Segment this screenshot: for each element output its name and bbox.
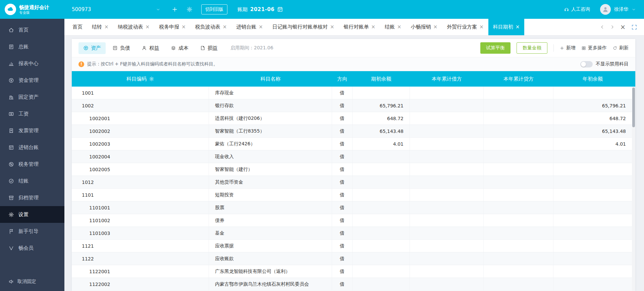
- switch-old-version-button[interactable]: 切到旧版: [201, 4, 227, 14]
- close-icon[interactable]: ×: [433, 25, 438, 30]
- sidebar-item-7[interactable]: 进销台账: [0, 139, 64, 156]
- table-row[interactable]: 1012其他货币资金借: [72, 176, 635, 189]
- avatar[interactable]: [600, 4, 611, 15]
- close-all-tabs-icon[interactable]: ×: [620, 24, 626, 30]
- sidebar-item-9[interactable]: 结账: [0, 173, 64, 189]
- category-tab-0[interactable]: 资产: [78, 42, 106, 54]
- table-row[interactable]: 1122002内蒙古鄂市伊旗乌兰木伦镇石灰村村民委员会借: [72, 278, 635, 291]
- column-header-debit[interactable]: 本年累计借方: [410, 71, 484, 87]
- tab-0[interactable]: 首页: [68, 19, 87, 35]
- sidebar-item-1[interactable]: 总账: [0, 38, 64, 55]
- new-account-set-button[interactable]: [172, 6, 178, 12]
- sidebar-item-10[interactable]: 归档管理: [0, 189, 64, 206]
- table-row[interactable]: 1002001适居科技（建行0206）借648.72648.72: [72, 112, 635, 125]
- cell-name: 应收票据: [209, 240, 332, 252]
- cell-opening: 65,796.21: [353, 99, 410, 112]
- column-header-credit[interactable]: 本年累计贷方: [484, 71, 553, 87]
- table-row[interactable]: 1101001股票借: [72, 201, 635, 214]
- toggle-label: 不显示禁用科目: [596, 61, 629, 67]
- column-header-opening[interactable]: 期初余额: [353, 71, 410, 87]
- sidebar-item-4[interactable]: 固定资产: [0, 89, 64, 105]
- close-icon[interactable]: ×: [371, 25, 375, 30]
- sidebar-item-label: 工资: [18, 111, 29, 117]
- refresh-button[interactable]: 刷新: [613, 45, 629, 51]
- category-tab-2[interactable]: 权益: [137, 42, 164, 54]
- close-icon[interactable]: ×: [104, 25, 109, 30]
- close-icon[interactable]: ×: [146, 25, 150, 30]
- trial-balance-button[interactable]: 试算平衡: [480, 42, 511, 54]
- table-row[interactable]: 1002004现金收入借: [72, 150, 635, 163]
- add-button[interactable]: 新增: [560, 45, 576, 51]
- table-row[interactable]: 1002005智家智能（建行）借: [72, 163, 635, 176]
- column-header-code[interactable]: 科目编码: [72, 71, 209, 87]
- scrollbar-thumb[interactable]: [632, 88, 635, 127]
- support-link[interactable]: 人工咨询: [564, 6, 590, 12]
- sidebar-item-6[interactable]: 发票管理: [0, 122, 64, 139]
- table-row[interactable]: 1122应收账款借: [72, 252, 635, 265]
- tab-3[interactable]: 税务申报×: [154, 19, 191, 35]
- tab-11[interactable]: 科目期初×: [488, 19, 525, 35]
- table-row[interactable]: 1101002债券借: [72, 214, 635, 227]
- tab-7[interactable]: 银行对账单×: [339, 19, 380, 35]
- table-row[interactable]: 1002002智家智能（工行8355）借65,143.4865,143.48: [72, 125, 635, 138]
- user-name[interactable]: 徐泽华: [614, 6, 628, 12]
- tab-label: 外贸行业方案: [447, 24, 477, 30]
- sidebar-item-2[interactable]: 报表中心: [0, 55, 64, 72]
- close-icon[interactable]: ×: [397, 25, 401, 30]
- table-row[interactable]: 1002003蒙佑（工行2426）借4.014.01: [72, 138, 635, 150]
- close-icon[interactable]: ×: [259, 25, 263, 30]
- sidebar-item-13[interactable]: 畅会员: [0, 240, 64, 256]
- table-row[interactable]: 1001库存现金借: [72, 87, 635, 99]
- table-row[interactable]: 1121应收票据借: [72, 240, 635, 252]
- more-actions-button[interactable]: 更多操作: [582, 45, 607, 51]
- sidebar-item-0[interactable]: 首页: [0, 21, 64, 38]
- category-tab-3[interactable]: 成本: [166, 42, 193, 54]
- tab-8[interactable]: 结账×: [380, 19, 406, 35]
- tab-5[interactable]: 进销台账×: [231, 19, 268, 35]
- tab-10[interactable]: 外贸行业方案×: [442, 19, 488, 35]
- close-icon[interactable]: ×: [223, 25, 227, 30]
- column-header-initial[interactable]: 年初余额: [553, 71, 635, 87]
- category-tab-4[interactable]: 损益: [195, 42, 222, 54]
- table-scrollbar[interactable]: [632, 87, 635, 291]
- cell-credit: [484, 252, 553, 265]
- tab-2[interactable]: 纳税波动表×: [113, 19, 155, 35]
- tab-1[interactable]: 结转×: [87, 19, 113, 35]
- table-row[interactable]: 1002银行存款借65,796.2165,796.21: [72, 99, 635, 112]
- table-row[interactable]: 1101短期投资借: [72, 189, 635, 201]
- sidebar-item-12[interactable]: 新手引导: [0, 223, 64, 240]
- hide-disabled-toggle[interactable]: [580, 61, 593, 67]
- tab-4[interactable]: 税负波动表×: [191, 19, 232, 35]
- sidebar-item-5[interactable]: 工资: [0, 105, 64, 122]
- fullscreen-icon[interactable]: [631, 24, 637, 30]
- sidebar-item-8[interactable]: 税务管理: [0, 156, 64, 173]
- chevron-down-icon[interactable]: [632, 7, 636, 12]
- category-tab-1[interactable]: 负债: [108, 42, 135, 54]
- cell-credit: [484, 201, 553, 214]
- tab-9[interactable]: 小畅报销×: [406, 19, 442, 35]
- sidebar-item-11[interactable]: 设置: [0, 206, 64, 223]
- period-selector[interactable]: 账期 2021-06: [237, 6, 283, 13]
- close-icon[interactable]: ×: [330, 25, 334, 30]
- topbar-right: 人工咨询 徐泽华: [564, 4, 644, 15]
- tab-6[interactable]: 日记账与银行对账单核对×: [268, 19, 339, 35]
- cell-code: 1002005: [72, 163, 209, 176]
- column-header-name[interactable]: 科目名称: [209, 71, 332, 87]
- close-icon[interactable]: ×: [479, 25, 484, 30]
- cell-debit: [410, 99, 484, 112]
- company-selector[interactable]: 500973: [69, 6, 163, 12]
- tab-scroll-right-icon[interactable]: [610, 25, 614, 29]
- unpin-button[interactable]: 取消固定: [0, 272, 64, 291]
- top-settings-button[interactable]: [186, 6, 193, 12]
- close-icon[interactable]: ×: [516, 25, 520, 30]
- close-icon[interactable]: ×: [181, 25, 186, 30]
- qty-amount-button[interactable]: 数量金额: [517, 42, 547, 54]
- table-row[interactable]: 1101003基金借: [72, 227, 635, 240]
- sidebar-item-3[interactable]: 资金管理: [0, 72, 64, 89]
- sidebar-item-label: 固定资产: [18, 94, 39, 100]
- table-row[interactable]: 1122001广东黑龙智能科技有限公司（返利）借: [72, 265, 635, 278]
- column-header-dir[interactable]: 方向: [332, 71, 353, 87]
- cost-icon: [171, 45, 176, 51]
- tab-scroll-left-icon[interactable]: [600, 25, 604, 29]
- asset-icon: [83, 45, 89, 51]
